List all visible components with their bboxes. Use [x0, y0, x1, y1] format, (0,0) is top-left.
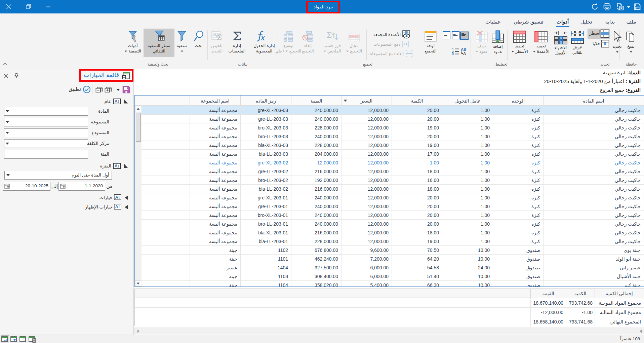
svg-text:I: I	[119, 204, 120, 209]
svg-text:I: I	[118, 99, 119, 104]
svg-text:I: I	[119, 195, 120, 200]
svg-text:3: 3	[452, 52, 454, 55]
svg-text:A: A	[115, 163, 118, 168]
svg-text:A: A	[115, 99, 118, 104]
svg-text:AB: AB	[461, 47, 467, 51]
svg-text:I: I	[118, 164, 119, 168]
svg-text:A: A	[463, 51, 466, 55]
svg-text:A: A	[115, 204, 119, 209]
svg-text:A: A	[115, 195, 119, 200]
svg-text:x: x	[260, 32, 265, 42]
